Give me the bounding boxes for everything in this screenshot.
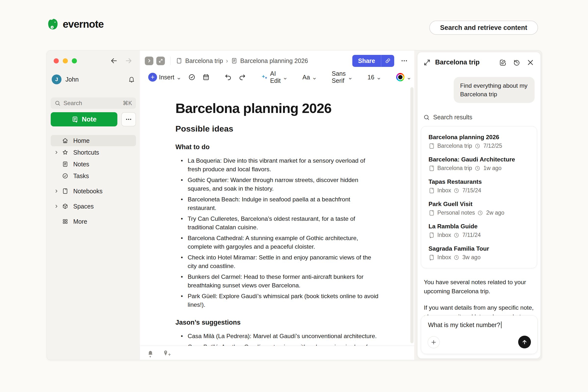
- note-bullet: Try Can Culleretes, Barcelona’s oldest r…: [176, 214, 379, 232]
- new-note-button[interactable]: Note: [51, 112, 117, 126]
- search-result-item[interactable]: Tapas RestaurantsInbox7/15/24: [421, 175, 537, 197]
- chevron-down-icon: ⌄: [376, 74, 382, 81]
- search-result-item[interactable]: La Rambla GuideInbox7/11/24: [421, 220, 537, 242]
- chat-input[interactable]: What is my ticket number?: [421, 315, 538, 354]
- user-row[interactable]: J John: [52, 74, 135, 84]
- sidebar-item-shortcuts[interactable]: Shortcuts: [51, 147, 136, 158]
- breadcrumb-note[interactable]: Barcelona planning 2026: [240, 57, 308, 64]
- evernote-elephant-icon: [46, 18, 59, 31]
- chevron-down-icon: ⌄: [176, 74, 182, 81]
- result-date: 7/11/24: [462, 232, 481, 238]
- search-retrieve-button[interactable]: Search and retrieve content: [429, 20, 538, 35]
- new-chat-edit-icon[interactable]: [499, 59, 507, 66]
- send-button[interactable]: [518, 336, 531, 348]
- insert-calendar-icon[interactable]: [200, 72, 212, 83]
- avatar[interactable]: J: [52, 74, 62, 84]
- result-notebook: Inbox: [437, 232, 451, 238]
- result-meta: Barcelona trip1w ago: [428, 165, 530, 172]
- history-icon[interactable]: [513, 59, 520, 66]
- sidebar-item-notebooks[interactable]: Notebooks: [51, 186, 136, 197]
- clock-icon: [474, 166, 480, 171]
- sidebar-item-label: More: [73, 218, 87, 225]
- chevron-right-icon[interactable]: [53, 150, 60, 155]
- editor-scrollbar[interactable]: [410, 87, 414, 343]
- result-title: Sagrada Familia Tour: [428, 245, 530, 252]
- note-body[interactable]: Barcelona planning 2026 Possible ideas W…: [140, 85, 414, 346]
- assistant-header: Barcelona trip: [418, 52, 540, 66]
- text-cursor: [501, 322, 502, 328]
- expand-note-icon[interactable]: [156, 56, 165, 65]
- font-color-button[interactable]: ⌄: [394, 71, 414, 83]
- insert-button[interactable]: Insert ⌄: [146, 71, 184, 84]
- sidebar-item-spaces[interactable]: Spaces: [51, 201, 136, 212]
- ai-edit-button[interactable]: AI Edit ⌄: [258, 68, 290, 86]
- close-window-button[interactable]: [54, 58, 59, 64]
- sidebar-item-home[interactable]: Home: [51, 135, 136, 146]
- nav-back-icon[interactable]: [110, 57, 118, 65]
- sidebar-item-notes[interactable]: Notes: [51, 158, 136, 170]
- color-wheel-icon: [396, 73, 404, 81]
- user-name: John: [66, 76, 128, 83]
- note-bullet-list: La Boqueria: Dive into this vibrant mark…: [176, 156, 379, 309]
- result-title: La Rambla Guide: [428, 223, 530, 230]
- font-family-select[interactable]: Sans Serif ⌄: [329, 68, 355, 86]
- search-result-item[interactable]: Barcelona: Gaudi ArchitectureBarcelona t…: [421, 153, 537, 175]
- sidebar-item-more[interactable]: More: [51, 216, 136, 227]
- search-icon: [55, 100, 60, 106]
- chevron-right-icon[interactable]: [53, 189, 60, 194]
- expand-panel-icon[interactable]: [423, 59, 431, 66]
- note-bullet: Bunkers del Carmel: Head to these former…: [176, 272, 379, 290]
- close-panel-icon[interactable]: [527, 59, 534, 66]
- insert-task-icon[interactable]: [186, 72, 198, 83]
- result-date: 2w ago: [486, 210, 504, 216]
- minimize-window-button[interactable]: [63, 58, 68, 64]
- redo-icon[interactable]: [236, 72, 248, 83]
- chevron-down-icon: ⌄: [312, 74, 317, 81]
- zoom-window-button[interactable]: [72, 58, 77, 64]
- result-date: 7/12/25: [484, 142, 502, 149]
- font-size-select[interactable]: 16 ⌄: [365, 72, 384, 83]
- note-title[interactable]: Barcelona planning 2026: [176, 100, 379, 116]
- collapse-sidebar-icon[interactable]: [145, 56, 153, 65]
- sidebar-item-tasks[interactable]: Tasks: [51, 170, 136, 182]
- result-meta: Barcelona trip7/12/25: [428, 142, 530, 149]
- result-meta: Inbox7/11/24: [428, 232, 530, 238]
- chevron-right-icon[interactable]: [53, 204, 60, 209]
- copy-link-icon[interactable]: [381, 55, 394, 67]
- note-plus-icon: [72, 116, 78, 123]
- window-controls[interactable]: [54, 58, 77, 64]
- result-notebook: Inbox: [437, 187, 451, 194]
- user-chat-bubble: Find everything about my Barcelona trip: [454, 77, 534, 103]
- search-result-item[interactable]: Sagrada Familia TourInbox3w ago: [421, 242, 537, 264]
- notebook-star-icon: [428, 254, 435, 261]
- reminder-bell-icon[interactable]: ▾: [147, 350, 154, 356]
- notebook-icon: [62, 188, 69, 194]
- notebook-icon: [428, 165, 435, 172]
- search-result-item[interactable]: Park Guell VisitPersonal notes2w ago: [421, 197, 537, 220]
- text-style-button[interactable]: Aa ⌄: [300, 72, 320, 83]
- notifications-bell-icon[interactable]: [128, 76, 135, 83]
- notebook-star-icon: [428, 232, 435, 238]
- search-icon: [423, 114, 430, 120]
- attach-plus-button[interactable]: [428, 336, 440, 348]
- undo-icon[interactable]: [222, 72, 234, 83]
- note-more-button[interactable]: [121, 112, 136, 126]
- note-bullet: Barceloneta Beach: Indulge in seafood pa…: [176, 195, 379, 212]
- search-results-label: Search results: [418, 103, 540, 121]
- grid-icon: [62, 218, 69, 225]
- nav-forward-icon[interactable]: [125, 57, 132, 65]
- chevron-down-icon: ⌄: [348, 74, 353, 81]
- breadcrumb-notebook[interactable]: Barcelona trip: [185, 57, 223, 64]
- result-notebook: Personal notes: [437, 210, 475, 216]
- clock-icon: [474, 143, 480, 149]
- share-button[interactable]: Share: [352, 55, 394, 67]
- pin-add-icon[interactable]: +: [162, 350, 169, 356]
- editor-footer: ▾ +: [140, 346, 414, 360]
- result-notebook: Inbox: [437, 254, 451, 261]
- editor-toolbar: Insert ⌄ AI Edit ⌄: [140, 70, 414, 85]
- sidebar-search-input[interactable]: Search ⌘K: [51, 98, 136, 109]
- search-result-item[interactable]: Barcelona planning 2026Barcelona trip7/1…: [421, 130, 537, 153]
- app-window: J John Search ⌘K Note HomeShor: [46, 50, 542, 360]
- note-options-icon[interactable]: [400, 57, 408, 64]
- cube-icon: [62, 203, 69, 210]
